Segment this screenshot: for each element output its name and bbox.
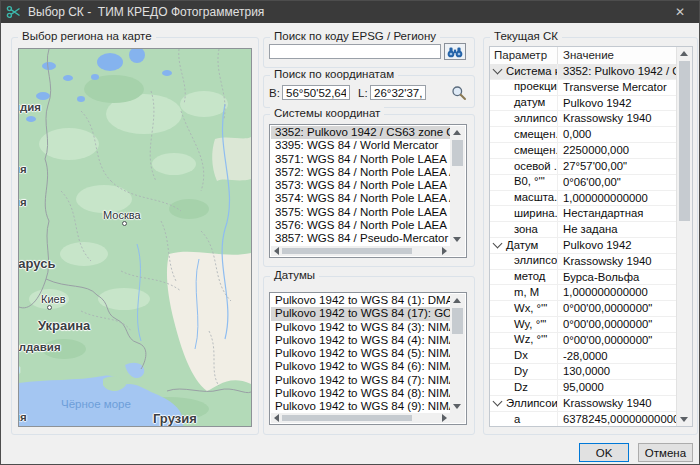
param-name: B0, °'": [514, 175, 545, 190]
ok-button[interactable]: OK: [579, 443, 629, 462]
param-value: 3352: Pulkovo 1942 / CS63 ...: [558, 64, 677, 79]
param-value: 6378245,000000000000: [558, 412, 677, 426]
cs-list-item[interactable]: 3352: Pulkovo 1942 / CS63 zone C2: [271, 126, 450, 139]
cs-list-item[interactable]: 3576: WGS 84 / North Pole LAEA Russia: [271, 219, 450, 232]
param-name: Dz: [514, 380, 528, 395]
param-row[interactable]: Dz95,0000: [490, 380, 677, 396]
table-vscrollbar[interactable]: [676, 47, 692, 426]
param-row[interactable]: B0, °'"0°06'00,00": [490, 175, 677, 191]
param-cell: эллипсо...: [490, 254, 558, 269]
map-label-belarus-partial: ларусь: [18, 256, 55, 271]
cs-list-vscrollbar[interactable]: [450, 126, 465, 246]
datum-list-item[interactable]: Pulkovo 1942 to WGS 84 (6): NIMA-Lva: [271, 360, 450, 373]
param-row[interactable]: Wz, °'"0°00'00,0000000": [490, 333, 677, 349]
cs-list-item[interactable]: 3571: WGS 84 / North Pole LAEA Bering Se…: [271, 153, 450, 166]
param-name: Wy, °'": [514, 317, 546, 332]
scroll-left-icon: [274, 247, 279, 255]
param-row[interactable]: ДатумPulkovo 1942: [490, 238, 677, 254]
param-value: Pulkovo 1942: [558, 238, 677, 253]
expander-chevron-down-icon[interactable]: [493, 239, 503, 249]
close-button[interactable]: ✕: [661, 1, 699, 23]
cs-list-hscrollbar[interactable]: [271, 246, 450, 256]
param-name: Датум: [506, 238, 538, 253]
cs-list-item[interactable]: 3575: WGS 84 / North Pole LAEA Europe: [271, 206, 450, 219]
region-map[interactable]: ндияияияларусьМоскваКиевУкраинаолдавияяЧ…: [18, 48, 252, 427]
datum-list-vscrollbar[interactable]: [450, 294, 465, 413]
datum-vscroll-thumb[interactable]: [452, 308, 463, 334]
expander-chevron-down-icon[interactable]: [493, 397, 503, 407]
param-cell: Wx, °'": [490, 301, 558, 316]
epsg-search-button[interactable]: [444, 43, 466, 60]
cancel-button[interactable]: Отмена: [638, 443, 693, 462]
param-row[interactable]: проекцияTransverse Mercator: [490, 80, 677, 96]
param-row[interactable]: Wy, °'"0°00'00,0000000": [490, 317, 677, 333]
param-row[interactable]: эллипсо...Krassowsky 1940: [490, 254, 677, 270]
param-cell: m, M: [490, 285, 558, 300]
map-label-latvia-partial: ия: [18, 196, 27, 208]
b-coordinate-input[interactable]: [282, 85, 350, 100]
param-value: Krassowsky 1940: [558, 254, 677, 269]
param-name: смещен...: [514, 143, 558, 158]
datum-list-item[interactable]: Pulkovo 1942 to WGS 84 (8): NIMA-Alb: [271, 387, 450, 400]
epsg-search-input[interactable]: [269, 44, 441, 59]
map-image: [19, 49, 251, 426]
value-column-header[interactable]: Значение: [558, 47, 692, 64]
param-row[interactable]: смещен...0,000: [490, 127, 677, 143]
param-row[interactable]: эллипсо...Krassowsky 1940: [490, 111, 677, 127]
param-row[interactable]: a6378245,000000000000: [490, 412, 677, 426]
cs-list-item[interactable]: 3572: WGS 84 / North Pole LAEA Alaska: [271, 166, 450, 179]
cs-hscroll-thumb[interactable]: [282, 248, 412, 254]
moscow-marker-icon: [122, 221, 127, 226]
datum-list-item[interactable]: Pulkovo 1942 to WGS 84 (9): NIMA-Rom: [271, 400, 450, 413]
param-cell: B0, °'": [490, 175, 558, 190]
scrollbar-corner: [450, 246, 465, 256]
param-row[interactable]: ширина...Нестандартная: [490, 206, 677, 222]
l-coordinate-input[interactable]: [370, 85, 426, 100]
param-row[interactable]: ЭллипсоидKrassowsky 1940: [490, 396, 677, 412]
datum-list-item[interactable]: Pulkovo 1942 to WGS 84 (17): GOST-Rus: [271, 307, 450, 320]
datum-list-item[interactable]: Pulkovo 1942 to WGS 84 (1): DMA-Rus: [271, 294, 450, 307]
param-row[interactable]: Dy130,0000: [490, 364, 677, 380]
param-cell: Wz, °'": [490, 333, 558, 348]
param-row[interactable]: Система ко...3352: Pulkovo 1942 / CS63 .…: [490, 64, 677, 80]
param-row[interactable]: m, M1,000000000000: [490, 285, 677, 301]
datum-list-item[interactable]: Pulkovo 1942 to WGS 84 (3): NIMA-Hun: [271, 321, 450, 334]
param-name: зона: [514, 222, 538, 237]
param-cell: Dy: [490, 364, 558, 379]
datum-list-item[interactable]: Pulkovo 1942 to WGS 84 (5): NIMA-Cze: [271, 347, 450, 360]
param-row[interactable]: Wx, °'"0°00'00,0000000": [490, 301, 677, 317]
coord-search-label: Поиск по координатам: [270, 68, 398, 80]
dialog-window: Выбор СК - ТИМ КРЕДО Фотограмметрия ✕ Вы…: [0, 0, 700, 465]
param-row[interactable]: датумPulkovo 1942: [490, 96, 677, 112]
param-row[interactable]: Dx-28,0000: [490, 349, 677, 365]
param-cell: метод: [490, 270, 558, 285]
param-value: 0°00'00,0000000": [558, 301, 677, 316]
cs-list-item[interactable]: 3574: WGS 84 / North Pole LAEA Atlantic: [271, 192, 450, 205]
param-row[interactable]: методБурса-Вольфа: [490, 270, 677, 286]
scroll-up-icon: [680, 51, 688, 56]
cs-list-item[interactable]: 3573: WGS 84 / North Pole LAEA Canada: [271, 179, 450, 192]
datum-hscroll-thumb[interactable]: [282, 415, 412, 421]
param-cell: Dz: [490, 380, 558, 395]
param-row[interactable]: масшта...1,000000000000: [490, 191, 677, 207]
scroll-up-icon: [453, 298, 461, 303]
coord-search-button[interactable]: [450, 84, 467, 101]
map-label-finland-partial: ндия: [18, 101, 41, 113]
param-column-header[interactable]: Параметр: [490, 47, 558, 64]
datum-list-hscrollbar[interactable]: [271, 413, 450, 423]
table-vscroll-thumb[interactable]: [679, 61, 690, 221]
cs-vscroll-thumb[interactable]: [452, 140, 463, 166]
param-row[interactable]: осевой ...27°57'00,00": [490, 159, 677, 175]
cs-list-item[interactable]: 3857: WGS 84 / Pseudo-Mercator: [271, 232, 450, 245]
param-name: Эллипсоид: [506, 396, 558, 411]
param-row[interactable]: зонаНе задана: [490, 222, 677, 238]
expander-chevron-down-icon[interactable]: [493, 65, 503, 75]
param-row[interactable]: смещен...2250000,000: [490, 143, 677, 159]
datum-list-item[interactable]: Pulkovo 1942 to WGS 84 (7): NIMA-Kaz: [271, 374, 450, 387]
param-value: 2250000,000: [558, 143, 677, 158]
datum-list-item[interactable]: Pulkovo 1942 to WGS 84 (4): NIMA-Pol: [271, 334, 450, 347]
scroll-up-icon: [453, 130, 461, 135]
window-title: Выбор СК - ТИМ КРЕДО Фотограмметрия: [28, 5, 264, 19]
map-label-russia-partial: я: [18, 363, 20, 375]
cs-list-item[interactable]: 3395: WGS 84 / World Mercator: [271, 139, 450, 152]
